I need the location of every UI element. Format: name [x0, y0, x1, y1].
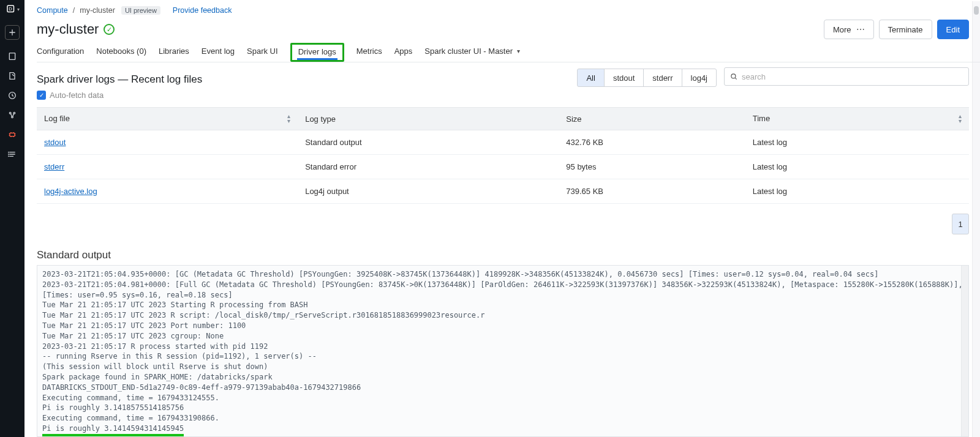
page-title: my-cluster: [37, 21, 99, 37]
breadcrumb-current: my-cluster: [80, 6, 115, 15]
log-search-input[interactable]: [742, 72, 963, 81]
log-file-link[interactable]: stderr: [44, 162, 64, 171]
log-filter-segments: All stdout stderr log4j: [577, 69, 717, 87]
page-header: my-cluster ✓ More Terminate Edit: [37, 16, 980, 39]
svg-point-6: [12, 116, 13, 118]
log-file-link[interactable]: stdout: [44, 138, 66, 147]
log-size-cell: 95 bytes: [559, 155, 745, 179]
log-type-cell: Log4j output: [298, 179, 559, 204]
more-dots-icon: [855, 24, 865, 34]
column-log-file[interactable]: Log file▴▾: [37, 108, 298, 130]
breadcrumb-root-link[interactable]: Compute: [37, 6, 68, 15]
terminate-button[interactable]: Terminate: [879, 20, 932, 39]
table-row: log4j-active.log Log4j output 739.65 KB …: [37, 179, 969, 204]
tab-apps[interactable]: Apps: [394, 47, 413, 62]
log-output-box: 2023-03-21T21:05:04.935+0000: [GC (Metad…: [37, 265, 969, 437]
log-scrollbar[interactable]: [961, 266, 968, 436]
breadcrumb-separator: /: [73, 6, 75, 15]
nav-data-icon[interactable]: [0, 105, 24, 125]
page-1-button[interactable]: 1: [952, 214, 969, 234]
nav-workspace-icon[interactable]: [0, 47, 24, 66]
output-heading: Standard output: [37, 249, 980, 261]
section-heading: Spark driver logs — Recent log files: [37, 73, 202, 86]
tab-spark-ui[interactable]: Spark UI: [247, 47, 278, 62]
nav-history-icon[interactable]: [0, 86, 24, 105]
nav-recents-icon[interactable]: [0, 66, 24, 86]
log-search[interactable]: [724, 67, 969, 86]
more-button[interactable]: More: [824, 20, 874, 39]
log-type-cell: Standard error: [298, 155, 559, 179]
log-output-content: 2023-03-21T21:05:04.935+0000: [GC (Metad…: [42, 269, 963, 436]
column-size[interactable]: Size: [559, 108, 745, 130]
tab-spark-cluster-ui[interactable]: Spark cluster UI - Master: [424, 47, 520, 62]
column-log-type[interactable]: Log type: [298, 108, 559, 130]
log-size-cell: 739.65 KB: [559, 179, 745, 204]
autofetch-label: Auto-fetch data: [50, 91, 104, 100]
left-nav-rail: D ▾: [0, 0, 24, 437]
sort-icon: ▴▾: [287, 114, 290, 124]
svg-point-4: [9, 112, 11, 114]
svg-point-9: [9, 154, 9, 155]
log-files-table: Log file▴▾ Log type Size Time▴▾ stdout S…: [37, 107, 969, 204]
svg-point-10: [9, 156, 9, 157]
svg-rect-2: [9, 53, 15, 60]
filter-stderr[interactable]: stderr: [643, 69, 682, 87]
sort-icon: ▴▾: [959, 114, 962, 124]
tab-driver-logs[interactable]: Driver logs: [290, 43, 344, 62]
nav-workflows-icon[interactable]: [0, 144, 24, 164]
log-time-cell: Latest log: [745, 179, 969, 204]
svg-point-8: [9, 152, 9, 152]
tab-libraries[interactable]: Libraries: [159, 47, 189, 62]
nav-compute-icon[interactable]: [0, 125, 24, 144]
log-time-cell: Latest log: [745, 155, 969, 179]
tab-configuration[interactable]: Configuration: [37, 47, 84, 62]
log-time-cell: Latest log: [745, 130, 969, 155]
autofetch-checkbox[interactable]: ✓: [37, 91, 46, 100]
edit-button[interactable]: Edit: [937, 20, 969, 39]
highlighted-log-line: Pi is roughly 3.1414594314145945: [42, 424, 184, 436]
table-row: stderr Standard error 95 bytes Latest lo…: [37, 155, 969, 179]
cluster-tabs: Configuration Notebooks (0) Libraries Ev…: [37, 39, 980, 62]
tab-event-log[interactable]: Event log: [202, 47, 235, 62]
provide-feedback-link[interactable]: Provide feedback: [173, 6, 232, 15]
log-size-cell: 432.76 KB: [559, 130, 745, 155]
tab-metrics[interactable]: Metrics: [356, 47, 382, 62]
filter-stdout[interactable]: stdout: [604, 69, 644, 87]
create-button[interactable]: [5, 25, 20, 40]
filter-all[interactable]: All: [577, 69, 604, 87]
pagination: 1: [37, 204, 980, 238]
page-scrollbar[interactable]: [972, 1, 980, 437]
ui-preview-badge: UI preview: [121, 6, 160, 15]
filter-log4j[interactable]: log4j: [682, 69, 717, 87]
app-logo[interactable]: D ▾: [0, 0, 24, 18]
log-type-cell: Standard output: [298, 130, 559, 155]
tab-notebooks[interactable]: Notebooks (0): [96, 47, 146, 62]
log-file-link[interactable]: log4j-active.log: [44, 187, 97, 196]
svg-rect-7: [10, 133, 15, 136]
svg-text:D: D: [9, 6, 12, 12]
cluster-state-icon: ✓: [104, 24, 115, 35]
column-time[interactable]: Time▴▾: [745, 108, 969, 130]
svg-point-5: [13, 112, 15, 114]
breadcrumb: Compute / my-cluster UI preview Provide …: [37, 0, 980, 16]
search-icon: [729, 72, 738, 81]
svg-point-11: [731, 74, 736, 78]
table-row: stdout Standard output 432.76 KB Latest …: [37, 130, 969, 155]
main-content: Compute / my-cluster UI preview Provide …: [24, 0, 980, 437]
